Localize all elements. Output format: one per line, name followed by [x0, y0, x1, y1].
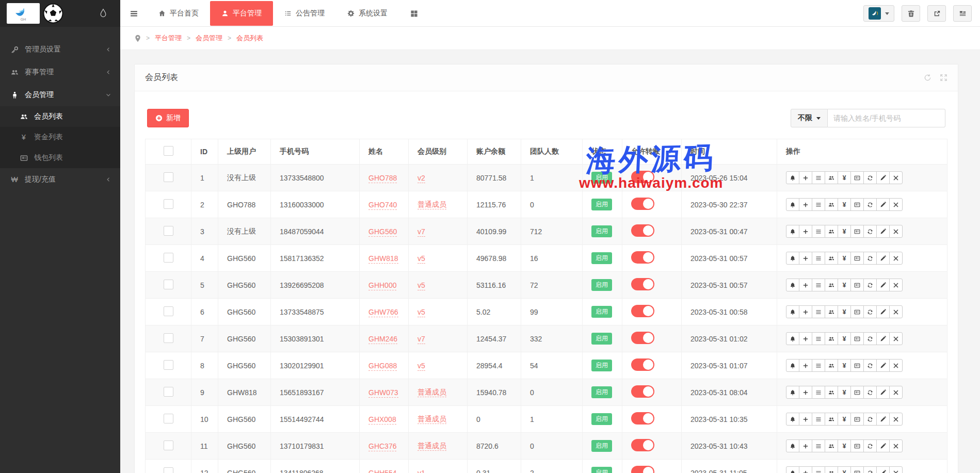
member-name-link[interactable]: GHW818: [368, 254, 398, 264]
member-level-link[interactable]: v2: [417, 174, 425, 183]
action-recycle-button[interactable]: [863, 252, 877, 265]
row-checkbox[interactable]: [164, 414, 173, 423]
action-justify-button[interactable]: [812, 413, 825, 426]
member-name-link[interactable]: GHO788: [368, 174, 397, 183]
member-level-link[interactable]: 普通成员: [417, 415, 446, 424]
sidebar-toggle-button[interactable]: [120, 0, 147, 27]
control-sidebar-button[interactable]: [953, 5, 972, 22]
action-plus-button[interactable]: [799, 225, 812, 238]
transfer-toggle[interactable]: [631, 224, 654, 237]
action-pencil-button[interactable]: [876, 279, 890, 291]
action-close-button[interactable]: [889, 225, 903, 238]
action-bell-button[interactable]: [786, 359, 799, 372]
sidebar-item-会员管理[interactable]: 会员管理: [0, 84, 120, 106]
action-bell-button[interactable]: [786, 466, 799, 473]
action-plus-button[interactable]: [799, 279, 812, 291]
row-checkbox[interactable]: [164, 387, 173, 397]
row-checkbox[interactable]: [164, 441, 173, 450]
action-recycle-button[interactable]: [863, 198, 877, 211]
select-all-checkbox[interactable]: [164, 146, 173, 156]
sidebar-item-赛事管理[interactable]: 赛事管理: [0, 61, 120, 84]
action-recycle-button[interactable]: [863, 279, 877, 291]
action-recycle-button[interactable]: [863, 332, 877, 345]
member-level-link[interactable]: 普通成员: [417, 388, 446, 397]
action-card-button[interactable]: [850, 225, 864, 238]
action-plus-button[interactable]: [799, 386, 812, 399]
action-users-button[interactable]: [825, 439, 838, 452]
breadcrumb-link-平台管理[interactable]: 平台管理: [155, 34, 182, 43]
member-level-link[interactable]: v7: [417, 227, 425, 237]
action-bell-button[interactable]: [786, 305, 799, 318]
nav-item-平台首页[interactable]: 平台首页: [147, 0, 210, 27]
row-checkbox[interactable]: [164, 199, 173, 209]
action-plus-button[interactable]: [799, 466, 812, 473]
action-users-button[interactable]: [825, 198, 838, 211]
action-recycle-button[interactable]: [863, 305, 877, 318]
sidebar-subitem-钱包列表[interactable]: 钱包列表: [0, 148, 120, 168]
transfer-toggle[interactable]: [631, 171, 654, 183]
action-bell-button[interactable]: [786, 413, 799, 426]
action-users-button[interactable]: [825, 413, 838, 426]
sidebar-subitem-资金列表[interactable]: ¥资金列表: [0, 127, 120, 148]
action-users-button[interactable]: [825, 359, 838, 372]
action-justify-button[interactable]: [812, 252, 825, 265]
nav-item-grid[interactable]: [399, 0, 429, 27]
action-recycle-button[interactable]: [863, 171, 877, 184]
action-close-button[interactable]: [889, 413, 903, 426]
sidebar-item-管理员设置[interactable]: 管理员设置: [0, 38, 120, 61]
transfer-toggle[interactable]: [631, 305, 654, 317]
action-recycle-button[interactable]: [863, 466, 877, 473]
action-recycle-button[interactable]: [863, 439, 877, 452]
search-input[interactable]: [828, 109, 945, 127]
action-yen-button[interactable]: ¥: [838, 413, 851, 426]
action-yen-button[interactable]: ¥: [838, 225, 851, 238]
action-pencil-button[interactable]: [876, 466, 890, 473]
action-yen-button[interactable]: ¥: [838, 332, 851, 345]
action-close-button[interactable]: [889, 439, 903, 452]
action-justify-button[interactable]: [812, 439, 825, 452]
action-card-button[interactable]: [850, 198, 864, 211]
nav-item-公告管理[interactable]: 公告管理: [273, 0, 336, 27]
action-plus-button[interactable]: [799, 198, 812, 211]
action-close-button[interactable]: [889, 279, 903, 291]
member-name-link[interactable]: GHC376: [368, 442, 396, 451]
member-name-link[interactable]: GHG560: [368, 227, 397, 237]
action-bell-button[interactable]: [786, 198, 799, 211]
action-bell-button[interactable]: [786, 171, 799, 184]
row-checkbox[interactable]: [164, 360, 173, 370]
action-card-button[interactable]: [850, 305, 864, 318]
transfer-toggle[interactable]: [631, 251, 654, 264]
action-justify-button[interactable]: [812, 466, 825, 473]
member-name-link[interactable]: GHO740: [368, 201, 397, 210]
member-level-link[interactable]: v1: [417, 469, 425, 473]
user-avatar-dropdown[interactable]: [863, 5, 894, 22]
action-bell-button[interactable]: [786, 252, 799, 265]
transfer-toggle[interactable]: [631, 332, 654, 344]
action-plus-button[interactable]: [799, 252, 812, 265]
member-name-link[interactable]: GHG088: [368, 362, 397, 371]
row-checkbox[interactable]: [164, 172, 173, 182]
action-users-button[interactable]: [825, 386, 838, 399]
action-yen-button[interactable]: ¥: [838, 359, 851, 372]
transfer-toggle[interactable]: [631, 198, 654, 210]
member-name-link[interactable]: GHM246: [368, 335, 397, 344]
member-level-link[interactable]: v5: [417, 362, 425, 371]
action-pencil-button[interactable]: [876, 225, 890, 238]
action-close-button[interactable]: [889, 198, 903, 211]
action-bell-button[interactable]: [786, 386, 799, 399]
action-close-button[interactable]: [889, 171, 903, 184]
row-checkbox[interactable]: [164, 280, 173, 289]
action-pencil-button[interactable]: [876, 171, 890, 184]
row-checkbox[interactable]: [164, 306, 173, 316]
action-plus-button[interactable]: [799, 332, 812, 345]
add-button[interactable]: 新增: [147, 109, 189, 127]
external-link-button[interactable]: [927, 5, 946, 22]
action-close-button[interactable]: [889, 359, 903, 372]
action-card-button[interactable]: [850, 386, 864, 399]
action-justify-button[interactable]: [812, 171, 825, 184]
transfer-toggle[interactable]: [631, 278, 654, 290]
member-name-link[interactable]: GHW073: [368, 388, 398, 398]
action-bell-button[interactable]: [786, 225, 799, 238]
fullscreen-icon[interactable]: [940, 74, 947, 81]
trash-button[interactable]: [902, 5, 920, 22]
